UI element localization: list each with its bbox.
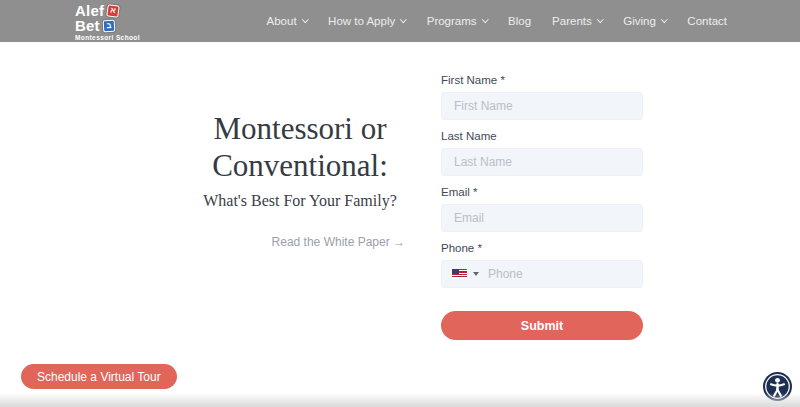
phone-input-wrap	[441, 260, 643, 288]
nav-item-parents[interactable]: Parents	[552, 15, 602, 27]
chevron-down-icon	[597, 16, 603, 22]
nav-label: Programs	[427, 15, 477, 27]
logo-word-bet: Bet	[75, 18, 100, 33]
first-name-group: First Name *	[441, 74, 643, 120]
phone-group: Phone *	[441, 242, 643, 288]
lead-capture-form: First Name * Last Name Email * Phone * S…	[441, 74, 643, 340]
read-white-paper-link[interactable]: Read the White Paper →	[195, 235, 405, 249]
nav-label: Blog	[508, 15, 531, 27]
country-select-caret-icon[interactable]	[473, 272, 479, 276]
us-flag-icon[interactable]	[452, 269, 467, 279]
accessibility-widget-button[interactable]	[763, 372, 792, 401]
nav-item-blog[interactable]: Blog	[508, 15, 531, 27]
nav-label: Parents	[552, 15, 592, 27]
chevron-down-icon	[400, 16, 406, 22]
first-name-label: First Name *	[441, 74, 643, 86]
email-label: Email *	[441, 186, 643, 198]
nav-label: About	[267, 15, 297, 27]
nav-item-contact[interactable]: Contact	[687, 15, 727, 27]
first-name-field[interactable]	[441, 92, 643, 120]
logo-word-alef: Alef	[75, 3, 104, 18]
chevron-down-icon	[302, 16, 308, 22]
title-line-2: Conventional:	[212, 148, 388, 183]
accessibility-person-icon	[763, 372, 792, 401]
bet-block-icon: ב	[102, 20, 115, 33]
submit-button[interactable]: Submit	[441, 311, 643, 340]
title-line-1: Montessori or	[213, 111, 386, 146]
email-group: Email *	[441, 186, 643, 232]
nav-item-programs[interactable]: Programs	[427, 15, 487, 27]
nav-label: How to Apply	[328, 15, 395, 27]
page-subtitle: What's Best For Your Family?	[195, 192, 405, 210]
page: Alef א Bet ב Montessori School About How…	[0, 0, 800, 407]
schedule-virtual-tour-button[interactable]: Schedule a Virtual Tour	[21, 364, 177, 389]
nav-label: Giving	[623, 15, 656, 27]
bottom-gradient	[0, 393, 800, 407]
main-nav: About How to Apply Programs Blog Parents…	[267, 0, 727, 42]
top-nav-bar: Alef א Bet ב Montessori School About How…	[0, 0, 800, 42]
last-name-label: Last Name	[441, 130, 643, 142]
page-title: Montessori or Conventional:	[195, 110, 405, 184]
nav-item-how-to-apply[interactable]: How to Apply	[328, 15, 406, 27]
email-field[interactable]	[441, 204, 643, 232]
last-name-group: Last Name	[441, 130, 643, 176]
nav-item-about[interactable]: About	[267, 15, 308, 27]
site-logo[interactable]: Alef א Bet ב Montessori School	[75, 3, 140, 42]
logo-tagline: Montessori School	[75, 35, 140, 42]
chevron-down-icon	[661, 16, 667, 22]
alef-block-icon: א	[106, 4, 120, 18]
nav-label: Contact	[687, 15, 727, 27]
last-name-field[interactable]	[441, 148, 643, 176]
phone-label: Phone *	[441, 242, 643, 254]
nav-item-giving[interactable]: Giving	[623, 15, 666, 27]
phone-field[interactable]	[488, 261, 632, 287]
hero-section: Montessori or Conventional: What's Best …	[195, 110, 405, 249]
chevron-down-icon	[482, 16, 488, 22]
